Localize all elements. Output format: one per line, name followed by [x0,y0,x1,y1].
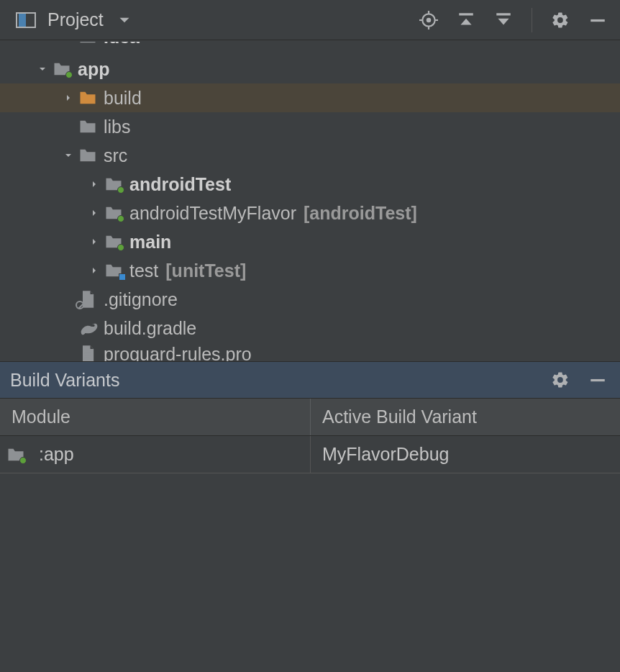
tree-suffix: [unitTest] [165,260,246,281]
chevron-right-icon[interactable] [85,236,104,248]
tree-label: src [104,145,127,166]
tree-row-androidtestmyflavor[interactable]: androidTestMyFlavor [androidTest] [0,199,620,227]
column-header-variant[interactable]: Active Build Variant [311,399,620,435]
tree-label: main [129,232,171,253]
source-folder-icon [104,233,124,250]
file-icon [78,345,98,361]
build-variants-row[interactable]: :app MyFlavorDebug [0,436,620,473]
tree-label: build.gradle [104,318,196,339]
gear-icon[interactable] [551,371,570,389]
tree-row-buildgradle[interactable]: build.gradle [0,314,620,342]
dropdown-icon[interactable] [115,11,134,29]
tree-row-androidtest[interactable]: androidTest [0,170,620,199]
chevron-right-icon[interactable] [85,207,104,219]
svg-rect-9 [84,353,91,354]
tree-label: androidTest [129,174,231,195]
project-tree[interactable]: Idea app build libs [0,40,620,361]
tree-row-cutoff[interactable]: Idea [0,42,620,55]
folder-icon [78,42,98,45]
gear-icon[interactable] [551,11,570,29]
svg-rect-6 [459,13,473,15]
build-variants-title: Build Variants [10,370,119,391]
svg-rect-7 [496,13,511,15]
column-header-module[interactable]: Module [0,399,311,435]
tree-row-libs[interactable]: libs [0,112,620,141]
project-panel-header: Project [0,0,620,40]
tree-suffix: [androidTest] [304,203,417,224]
tree-label: libs [104,117,131,137]
chevron-down-icon[interactable] [33,63,52,75]
tree-label: .gitignore [104,289,178,310]
tree-row-src[interactable]: src [0,141,620,170]
tree-row-main[interactable]: main [0,227,620,256]
minimize-icon[interactable] [588,11,607,29]
module-folder-icon [52,60,72,78]
svg-rect-11 [84,358,89,359]
chevron-right-icon[interactable] [85,178,104,190]
source-folder-icon [104,176,124,193]
svg-rect-10 [84,355,91,356]
chevron-down-icon[interactable] [59,150,78,161]
svg-rect-12 [591,379,605,381]
gradle-icon [78,319,98,337]
svg-point-1 [427,18,430,21]
tree-label: test [129,260,158,281]
folder-icon [78,89,98,106]
build-variants-header: Build Variants [0,361,620,399]
tree-row-build[interactable]: build [0,83,620,112]
module-name: :app [39,444,74,465]
tree-label: Idea [104,42,140,47]
project-tool-window-icon [16,12,36,28]
svg-rect-8 [591,19,605,21]
locate-icon[interactable] [419,11,438,29]
folder-icon [78,147,98,164]
tree-label: app [78,59,109,80]
divider [532,8,532,32]
build-variants-table-header: Module Active Build Variant [0,399,620,436]
collapse-all-icon[interactable] [494,11,513,29]
test-folder-icon [104,262,124,279]
minimize-icon[interactable] [588,371,607,389]
source-folder-icon [104,204,124,222]
file-icon [78,291,98,308]
cell-module[interactable]: :app [0,436,311,473]
variant-name: MyFlavorDebug [322,444,449,465]
tree-row-test[interactable]: test [unitTest] [0,256,620,285]
expand-all-icon[interactable] [457,11,475,29]
tree-row-app[interactable]: app [0,55,620,83]
project-panel-title[interactable]: Project [47,9,104,30]
tree-label: build [104,88,142,109]
chevron-right-icon[interactable] [85,265,104,276]
chevron-right-icon[interactable] [59,92,78,104]
folder-icon [78,118,98,135]
tree-label: proguard-rules.pro [104,344,252,362]
tree-row-gitignore[interactable]: .gitignore [0,285,620,314]
tree-label: androidTestMyFlavor [129,203,296,224]
build-variants-empty-area [0,473,620,672]
tree-row-proguard[interactable]: proguard-rules.pro [0,342,620,361]
cell-variant[interactable]: MyFlavorDebug [311,436,620,473]
module-folder-icon [6,446,26,463]
